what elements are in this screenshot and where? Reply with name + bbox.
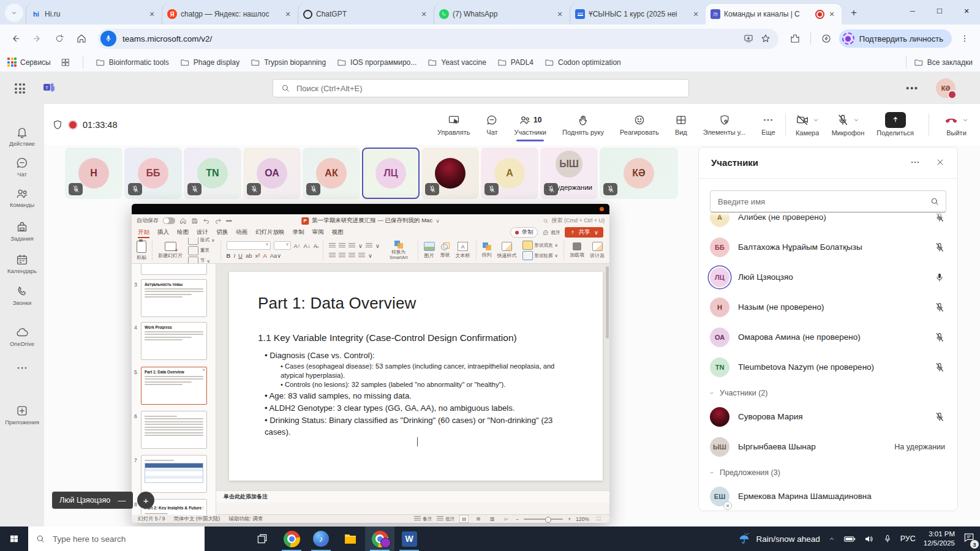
- sidebar-item-Звонки[interactable]: Звонки: [0, 285, 44, 306]
- language-indicator[interactable]: РУС: [900, 534, 916, 543]
- align-center-icon[interactable]: [339, 253, 345, 258]
- reset-button[interactable]: 重置: [188, 246, 215, 255]
- slideshow-button[interactable]: ▻: [502, 515, 511, 523]
- sidebar-item-Приложения[interactable]: Приложения: [0, 404, 44, 425]
- zoom-level[interactable]: 120%: [576, 516, 589, 522]
- zoom-out-button[interactable]: −: [516, 516, 519, 522]
- video-tile[interactable]: ББ: [124, 148, 182, 199]
- quick-styles-button[interactable]: 快速样式: [497, 242, 517, 259]
- tab-close-icon[interactable]: ✕: [827, 9, 837, 19]
- meeting-button-dots3[interactable]: Еще: [761, 113, 775, 136]
- panel-more-options-icon[interactable]: [910, 157, 921, 168]
- video-tile[interactable]: [421, 148, 479, 199]
- word-taskbar-icon[interactable]: W: [394, 527, 424, 551]
- mic-off-icon[interactable]: [934, 362, 945, 373]
- slide-thumbnail[interactable]: Part 1: Data Overview: [141, 367, 207, 405]
- meeting-button-people[interactable]: 10Участники: [514, 113, 546, 136]
- ppt-menu-tab[interactable]: 幻灯片放映: [255, 228, 285, 236]
- window-minimize-button[interactable]: ─: [899, 0, 926, 22]
- bookmark-folder[interactable]: IOS программиро...: [337, 58, 417, 67]
- ppt-search[interactable]: 搜索 (Cmd + Ctrl + U): [543, 217, 605, 225]
- participant-row[interactable]: ЕШ✕Ермекова Марина Шамшадиновна: [699, 483, 957, 510]
- align-right-icon[interactable]: [349, 253, 355, 258]
- app-launcher-icon[interactable]: [15, 83, 25, 94]
- address-bar[interactable]: teams.microsoft.com/v2/: [98, 29, 778, 49]
- mic-off-icon[interactable]: [934, 302, 945, 313]
- microphone-button[interactable]: Микрофон: [832, 113, 865, 137]
- tab-close-icon[interactable]: ✕: [147, 9, 157, 19]
- ppt-menu-tab[interactable]: 绘图: [177, 228, 189, 236]
- participant-row[interactable]: БББалтахожа Нұрайым Болатқызы: [699, 234, 957, 261]
- zoom-slider[interactable]: [524, 519, 563, 520]
- meeting-button-grid[interactable]: Вид: [675, 113, 687, 136]
- tab-mic-indicator-icon[interactable]: [100, 31, 116, 47]
- video-tile[interactable]: TN: [184, 148, 241, 199]
- participant-row[interactable]: Суворова Мария: [699, 403, 957, 430]
- bookmark-folder[interactable]: Codon optimization: [545, 58, 621, 67]
- slide-thumbnail[interactable]: Work Progress: [141, 322, 207, 360]
- reload-button[interactable]: [50, 29, 69, 48]
- sidebar-item-Команды[interactable]: Команды: [0, 187, 44, 208]
- textbox-button[interactable]: A文本框: [456, 242, 470, 259]
- panel-close-icon[interactable]: [935, 157, 945, 167]
- teams-search-input[interactable]: [295, 83, 681, 94]
- zoom-in-overlay-button[interactable]: +: [137, 492, 154, 509]
- video-tile[interactable]: ЫШНа удержании: [540, 148, 598, 199]
- bookmark-folder[interactable]: Phage display: [180, 58, 239, 67]
- new-tab-button[interactable]: +: [845, 4, 862, 21]
- browser-tab[interactable]: Яchatgp — Яндекс: нашлос✕: [162, 4, 298, 24]
- participant-search-box[interactable]: [710, 190, 946, 212]
- bookmark-folder[interactable]: Yeast vaccine: [428, 58, 486, 67]
- ppt-menu-tab[interactable]: 设计: [197, 228, 208, 236]
- video-tile[interactable]: АК: [303, 148, 360, 199]
- video-tile[interactable]: ЛЦ: [362, 148, 420, 199]
- paste-button[interactable]: 粘贴: [137, 241, 146, 261]
- extensions-icon[interactable]: [786, 29, 804, 48]
- slide-thumbnail[interactable]: Актуальность темы: [141, 279, 207, 317]
- smartart-button[interactable]: 转换为 SmartArt: [385, 241, 412, 260]
- home-button[interactable]: [72, 29, 91, 48]
- sidebar-item-OneDrive[interactable]: OneDrive: [0, 326, 44, 347]
- share-button[interactable]: Поделиться: [876, 113, 914, 137]
- tab-close-icon[interactable]: ✕: [555, 9, 565, 19]
- battery-icon[interactable]: [843, 533, 856, 545]
- sidebar-item-more[interactable]: [0, 361, 44, 375]
- slide-thumbnail[interactable]: [141, 411, 207, 449]
- current-slide[interactable]: Part 1: Data Overview 1.1 Key Variable I…: [229, 272, 603, 481]
- indent-icon[interactable]: [349, 243, 355, 249]
- thumbnail-scrollbar[interactable]: [606, 266, 609, 339]
- participant-search-input[interactable]: [717, 197, 930, 207]
- tab-close-icon[interactable]: ✕: [283, 9, 293, 19]
- bookmark-services[interactable]: Сервисы: [7, 58, 51, 67]
- ppt-menu-tab[interactable]: 审阅: [312, 228, 324, 236]
- bullets-icon[interactable]: [329, 243, 336, 249]
- participant-section-header[interactable]: Предложения (3): [709, 463, 780, 482]
- camera-button[interactable]: Камера: [796, 113, 820, 137]
- meeting-button-smile[interactable]: Реагировать: [620, 113, 659, 136]
- undo-icon[interactable]: [203, 217, 210, 225]
- language-status[interactable]: 简体中文 (中国大陆): [173, 515, 220, 523]
- meeting-button-manage[interactable]: Управлять: [437, 113, 470, 136]
- bookmark-folder[interactable]: Trypsin biopanning: [251, 58, 326, 67]
- arrange-button[interactable]: 排列: [482, 242, 492, 258]
- chrome-taskbar-icon[interactable]: [277, 527, 306, 551]
- back-button[interactable]: [6, 29, 24, 48]
- qat-more-icon[interactable]: •••: [226, 218, 232, 224]
- slide-thumbnail[interactable]: [141, 264, 207, 275]
- notes-toggle[interactable]: 备注: [414, 516, 432, 522]
- ppt-menu-tab[interactable]: 录制: [293, 228, 304, 236]
- new-slide-button[interactable]: 新建幻灯片: [158, 242, 183, 259]
- forward-button[interactable]: [28, 29, 47, 48]
- browser-tab[interactable]: ChatGPT✕: [298, 4, 434, 24]
- picture-button[interactable]: 图片: [424, 242, 435, 259]
- participant-row[interactable]: TNTleumbetova Nazym (не проверено): [699, 354, 957, 381]
- shape-fill-button[interactable]: 形状填充 ∨: [522, 241, 559, 250]
- window-maximize-button[interactable]: ☐: [926, 0, 953, 22]
- browser-tab[interactable]: (7) WhatsApp✕: [434, 4, 570, 24]
- profile-avatar[interactable]: КӘ: [936, 78, 956, 98]
- slide-sorter-view-button[interactable]: ⊞: [473, 515, 483, 523]
- chevron-down-icon[interactable]: [962, 116, 969, 124]
- ppt-menu-tab[interactable]: 动画: [236, 228, 247, 236]
- home-icon[interactable]: [179, 217, 187, 225]
- browser-menu-icon[interactable]: [956, 29, 974, 48]
